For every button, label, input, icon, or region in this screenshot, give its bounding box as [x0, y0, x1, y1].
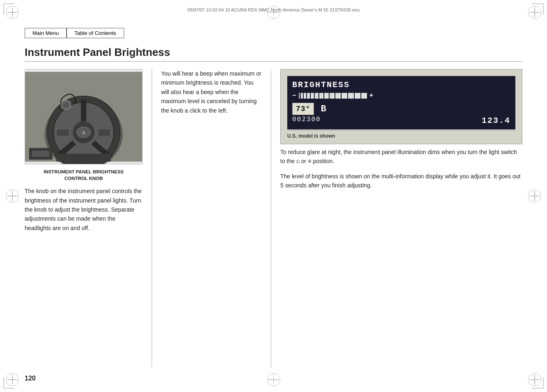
bar-seg-9: [330, 93, 335, 99]
svg-rect-15: [32, 151, 49, 157]
right-body-text-1: To reduce glare at night, the instrument…: [280, 148, 522, 166]
gear-indicator: B: [321, 104, 326, 114]
bar-seg-14: [361, 93, 367, 99]
bar-seg-2: [301, 93, 303, 99]
bar-seg-8: [324, 93, 329, 99]
bar-seg-7: [319, 93, 323, 99]
display-panel: BRIGHTNESS −: [280, 69, 522, 144]
middle-column: You will hear a beep when maximum or min…: [152, 69, 271, 367]
crosshair-mid-left: [6, 189, 19, 203]
corner-mark-bl: [3, 377, 15, 389]
middle-body-text: You will hear a beep when maximum or min…: [161, 69, 262, 115]
odometer-value: 002300: [292, 116, 321, 125]
right-column: BRIGHTNESS −: [271, 69, 522, 367]
steering-wheel-image: A: [25, 69, 143, 164]
content-area: A INSTRUM: [25, 69, 522, 367]
trip-value: 123.4: [482, 116, 510, 125]
corner-mark-br: [532, 377, 544, 389]
table-of-contents-button[interactable]: Table of Contents: [67, 28, 124, 38]
corner-mark-tl: [3, 3, 15, 15]
bar-seg-12: [348, 93, 354, 99]
us-model-label: U.S. model is shown: [287, 130, 515, 139]
bar-seg-5: [311, 93, 314, 99]
bar-seg-1: [299, 93, 300, 99]
bar-segments: [299, 93, 367, 99]
bar-seg-3: [304, 93, 306, 99]
display-screen: BRIGHTNESS −: [287, 76, 515, 129]
corner-mark-tr: [532, 3, 544, 15]
temperature-box: 73°: [292, 103, 314, 115]
brightness-title: BRIGHTNESS: [292, 80, 510, 90]
image-caption: INSTRUMENT PANEL BRIGHTNESS CONTROL KNOB: [25, 168, 143, 182]
nav-bar: Main Menu Table of Contents: [25, 28, 124, 38]
main-menu-button[interactable]: Main Menu: [25, 28, 67, 38]
right-body-text-2: The level of brightness is shown on the …: [280, 172, 522, 190]
crosshair-mid-right: [528, 189, 541, 203]
page-title: Instrument Panel Brightness: [25, 46, 522, 62]
odometer-row: 73° B: [292, 103, 510, 115]
svg-text:A: A: [82, 130, 85, 135]
left-column: A INSTRUM: [25, 69, 152, 367]
bar-seg-13: [355, 93, 360, 99]
brightness-bar-row: −: [292, 92, 510, 99]
bar-seg-6: [315, 93, 319, 99]
svg-rect-16: [57, 129, 69, 136]
left-body-text: The knob on the instrument panel control…: [25, 187, 143, 233]
crosshair-bottom-center: [267, 373, 280, 386]
bar-seg-4: [307, 93, 310, 99]
svg-rect-17: [99, 129, 111, 136]
svg-rect-18: [56, 154, 111, 161]
svg-point-13: [63, 102, 69, 108]
bar-plus: +: [369, 92, 374, 99]
page-number: 120: [25, 375, 36, 382]
bar-seg-10: [335, 93, 341, 99]
meta-line: 09/07/07 15:02:04 10 ACURA RDX MMC North…: [25, 7, 522, 12]
bar-minus: −: [292, 92, 296, 99]
bar-seg-11: [342, 93, 347, 99]
